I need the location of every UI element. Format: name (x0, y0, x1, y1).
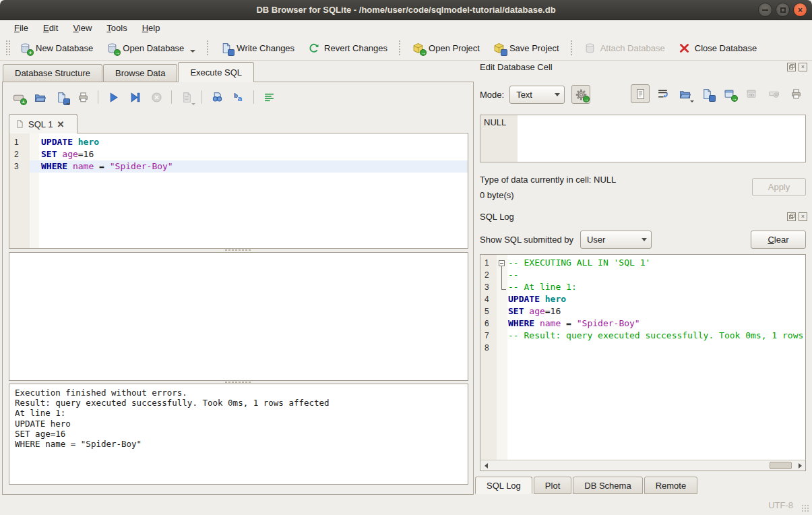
clear-button[interactable]: Clear (751, 231, 806, 249)
new-database-button[interactable]: + New Database (13, 39, 100, 57)
sql-log-view[interactable]: 1-- EXECUTING ALL IN 'SQL 1'2--3-- At li… (480, 254, 806, 471)
execution-log[interactable]: Execution finished without errors. Resul… (9, 384, 468, 485)
open-database-icon: → (106, 42, 118, 54)
line-number: 2 (480, 269, 497, 281)
word-wrap-button[interactable] (653, 84, 672, 103)
text-mode-icon (635, 88, 646, 100)
save-project-icon (493, 42, 505, 54)
scrollbar-thumb[interactable] (770, 462, 792, 469)
code-line[interactable]: 2SET age=16 (9, 148, 468, 160)
results-pane[interactable] (9, 252, 468, 381)
tab-execute-sql[interactable]: Execute SQL (178, 62, 254, 82)
code-line[interactable]: 6WHERE name = "Spider-Boy" (480, 317, 805, 330)
line-number: 5 (480, 305, 497, 317)
fold-collapse-icon[interactable] (499, 260, 505, 266)
menu-help[interactable]: Help (135, 22, 168, 34)
line-number: 4 (480, 293, 497, 305)
auto-complete-button[interactable]: ba (230, 88, 247, 106)
scroll-right-icon[interactable] (794, 460, 805, 471)
close-database-button[interactable]: Close Database (672, 39, 764, 57)
code-line[interactable]: 5SET age=16 (480, 305, 805, 317)
print-cell-button[interactable] (786, 84, 805, 103)
line-number: 1 (9, 136, 30, 148)
resize-grip[interactable] (801, 504, 809, 512)
menu-file[interactable]: File (7, 22, 36, 34)
window-titlebar[interactable]: DB Browser for SQLite - /home/user/code/… (0, 0, 812, 20)
import-file-icon (679, 88, 691, 100)
cell-value: NULL (484, 117, 506, 127)
close-dock-icon[interactable]: × (799, 212, 807, 221)
horizontal-scrollbar[interactable] (480, 460, 805, 471)
close-sql-tab-icon[interactable]: ✕ (57, 119, 64, 129)
write-changes-button[interactable]: Write Changes (214, 39, 301, 57)
editor-splitter[interactable] (224, 249, 251, 251)
find-replace-button[interactable] (208, 88, 226, 106)
revert-changes-button[interactable]: Revert Changes (301, 39, 394, 57)
dock-tab-plot[interactable]: Plot (534, 477, 571, 494)
float-dock-icon[interactable] (787, 63, 796, 71)
text-mode-button[interactable] (631, 84, 650, 103)
code-line[interactable]: 1UPDATE hero (9, 136, 468, 148)
open-sql-file-button[interactable] (31, 88, 49, 106)
close-dock-icon[interactable]: × (799, 63, 807, 71)
mode-select[interactable]: Text (509, 86, 565, 104)
main-tab-bar: Database Structure Browse Data Execute S… (3, 64, 255, 82)
code-line[interactable]: 3-- At line 1: (480, 281, 805, 293)
code-line[interactable]: 8 (480, 342, 805, 354)
dock-tab-bar: SQL Log Plot DB Schema Remote (475, 477, 699, 494)
line-number: 6 (480, 317, 497, 330)
open-project-button[interactable]: → Open Project (406, 39, 487, 57)
open-database-button[interactable]: → Open Database (100, 39, 202, 57)
execute-all-button[interactable] (104, 88, 122, 106)
code-line[interactable]: 4UPDATE hero (480, 293, 805, 305)
tab-database-structure[interactable]: Database Structure (3, 64, 102, 82)
sql-log-filter-row: Show SQL submitted by User (480, 231, 652, 249)
import-file-button[interactable] (675, 84, 694, 103)
cell-size-info: 0 byte(s) (480, 190, 514, 200)
menu-tools[interactable]: Tools (99, 22, 134, 34)
attach-database-icon (584, 42, 596, 54)
submitted-by-select[interactable]: User (580, 231, 652, 249)
open-tab-icon: + (13, 92, 24, 103)
apply-button: Apply (752, 178, 806, 196)
cell-value-editor[interactable]: NULL (480, 115, 806, 162)
minimize-button[interactable] (758, 3, 772, 17)
print-button[interactable] (74, 88, 92, 106)
code-line[interactable]: 2-- (480, 269, 805, 281)
attach-database-button: Attach Database (577, 39, 672, 57)
execute-line-button[interactable] (126, 88, 144, 106)
dock-tab-db-schema[interactable]: DB Schema (573, 477, 642, 494)
dock-tab-remote[interactable]: Remote (644, 477, 698, 494)
open-database-dropdown[interactable] (190, 50, 195, 53)
float-dock-icon[interactable] (787, 212, 796, 221)
encoding-status: UTF-8 (768, 500, 793, 510)
settings-button[interactable]: → (571, 85, 590, 104)
filter-label: Show SQL submitted by (480, 235, 573, 245)
cell-type-info: Type of data currently in cell: NULL (480, 175, 616, 185)
window-title: DB Browser for SQLite - /home/user/code/… (256, 5, 555, 15)
menu-edit[interactable]: Edit (36, 22, 65, 34)
sql-document-icon (15, 119, 24, 129)
code-line[interactable]: 1-- EXECUTING ALL IN 'SQL 1' (480, 257, 805, 269)
code-line[interactable]: 7-- Result: query executed successfully.… (480, 330, 805, 342)
tab-browse-data[interactable]: Browse Data (103, 64, 177, 82)
line-number: 3 (9, 160, 30, 173)
sql-editor[interactable]: 1UPDATE hero2SET age=163WHERE name = "Sp… (9, 133, 468, 249)
save-project-button[interactable]: Save Project (487, 39, 566, 57)
word-wrap-button[interactable] (260, 88, 278, 106)
execute-sql-pane: + (2, 82, 474, 495)
save-sql-file-button[interactable] (53, 88, 70, 106)
code-line[interactable]: 3WHERE name = "Spider-Boy" (9, 160, 468, 173)
toolbar-drag-handle[interactable] (5, 40, 10, 56)
open-tab-button[interactable]: + (9, 88, 27, 106)
sql-1-tab[interactable]: SQL 1 ✕ (9, 114, 77, 133)
dock-tab-sql-log[interactable]: SQL Log (475, 477, 532, 494)
menu-view[interactable]: View (65, 22, 99, 34)
auto-complete-icon: ba (233, 92, 245, 103)
scroll-left-icon[interactable] (480, 460, 491, 471)
open-external-button[interactable]: → (720, 84, 739, 103)
maximize-button[interactable] (776, 3, 790, 17)
close-button[interactable]: × (793, 3, 807, 17)
stop-button (148, 88, 165, 106)
export-file-button[interactable] (697, 84, 716, 103)
